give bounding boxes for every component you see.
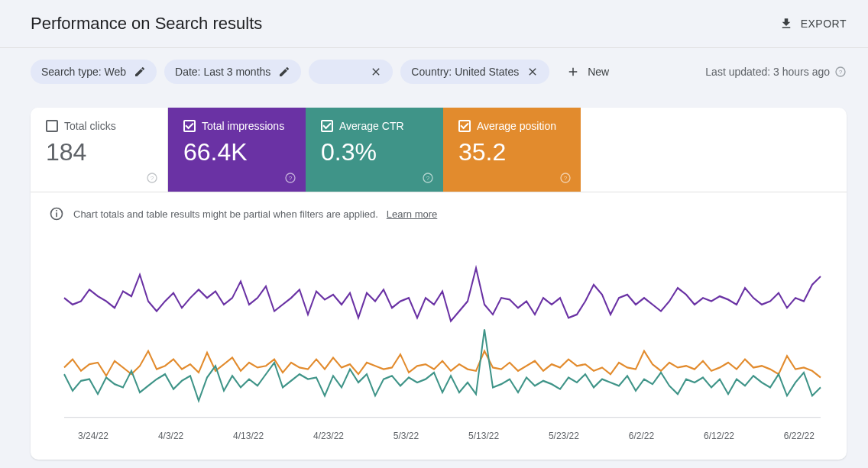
checkbox-checked[interactable] — [183, 120, 196, 132]
metric-total-clicks[interactable]: Total clicks 184 ? — [31, 108, 168, 192]
metric-value: 35.2 — [458, 138, 568, 166]
x-axis-tick: 4/3/22 — [158, 431, 183, 441]
x-axis-tick: 6/22/22 — [784, 431, 815, 441]
line-chart — [49, 243, 828, 426]
metric-value: 184 — [46, 138, 155, 166]
info-icon — [49, 206, 64, 221]
metrics-row: Total clicks 184 ? Total impressions 66.… — [31, 108, 847, 192]
metric-value: 66.4K — [183, 138, 293, 166]
x-axis-tick: 5/3/22 — [394, 431, 419, 441]
svg-rect-11 — [56, 212, 57, 217]
metric-average-ctr[interactable]: Average CTR 0.3% ? — [306, 108, 443, 192]
filter-chip-search-type[interactable]: Search type: Web — [31, 60, 157, 84]
filter-chip-country[interactable]: Country: United States — [400, 60, 549, 84]
chart-area: 3/24/224/3/224/13/224/23/225/3/225/13/22… — [31, 228, 847, 460]
filter-label: Search type: Web — [41, 66, 126, 78]
x-axis-tick: 5/13/22 — [468, 431, 499, 441]
filter-bar: Search type: Web Date: Last 3 months Cou… — [0, 48, 868, 95]
x-axis-labels: 3/24/224/3/224/13/224/23/225/3/225/13/22… — [49, 426, 828, 441]
help-icon[interactable]: ? — [422, 172, 434, 184]
checkbox-checked[interactable] — [321, 120, 333, 132]
filter-label: Country: United States — [411, 66, 519, 78]
x-axis-tick: 4/13/22 — [233, 431, 264, 441]
help-icon[interactable]: ? — [834, 66, 847, 78]
filter-label: Date: Last 3 months — [175, 66, 270, 78]
checkbox-checked[interactable] — [458, 120, 471, 132]
help-icon[interactable]: ? — [284, 172, 296, 184]
info-bar: Chart totals and table results might be … — [31, 192, 847, 228]
metric-title: Total clicks — [64, 120, 116, 132]
metric-title: Average position — [477, 120, 556, 132]
page-title: Performance on Search results — [31, 14, 262, 34]
metric-title: Total impressions — [202, 120, 284, 132]
metric-value: 0.3% — [321, 138, 431, 166]
filter-chip-date[interactable]: Date: Last 3 months — [164, 60, 301, 84]
close-icon[interactable] — [370, 66, 382, 78]
plus-icon — [566, 65, 580, 79]
checkbox-unchecked[interactable] — [46, 120, 58, 132]
pencil-icon — [134, 66, 146, 78]
metric-title: Average CTR — [339, 120, 404, 132]
export-label: EXPORT — [801, 18, 847, 30]
page-header: Performance on Search results EXPORT — [0, 0, 868, 48]
svg-text:?: ? — [426, 175, 430, 182]
info-text: Chart totals and table results might be … — [73, 208, 378, 220]
learn-more-link[interactable]: Learn more — [387, 208, 437, 220]
svg-text:?: ? — [289, 175, 293, 182]
chart-series-line — [64, 351, 821, 378]
last-updated-text: Last updated: 3 hours ago — [705, 66, 830, 78]
last-updated: Last updated: 3 hours ago ? — [705, 66, 847, 78]
svg-text:?: ? — [564, 175, 568, 182]
export-button[interactable]: EXPORT — [779, 17, 847, 31]
help-icon[interactable]: ? — [559, 172, 572, 184]
new-label: New — [588, 66, 609, 78]
download-icon — [779, 17, 793, 31]
x-axis-tick: 5/23/22 — [549, 431, 579, 441]
chart-series-line — [64, 268, 821, 321]
metric-total-impressions[interactable]: Total impressions 66.4K ? — [168, 108, 306, 192]
metric-average-position[interactable]: Average position 35.2 ? — [443, 108, 581, 192]
help-icon[interactable]: ? — [146, 172, 158, 184]
performance-card: Total clicks 184 ? Total impressions 66.… — [31, 108, 847, 460]
svg-text:?: ? — [151, 175, 154, 182]
x-axis-tick: 3/24/22 — [78, 431, 108, 441]
svg-text:?: ? — [839, 69, 843, 76]
x-axis-tick: 6/2/22 — [629, 431, 654, 441]
new-filter-button[interactable]: New — [557, 59, 618, 85]
svg-rect-12 — [56, 210, 57, 211]
x-axis-tick: 4/23/22 — [313, 431, 344, 441]
x-axis-tick: 6/12/22 — [704, 431, 734, 441]
close-icon[interactable] — [526, 66, 539, 78]
pencil-icon — [278, 66, 290, 78]
filter-chip-empty[interactable] — [309, 60, 393, 84]
